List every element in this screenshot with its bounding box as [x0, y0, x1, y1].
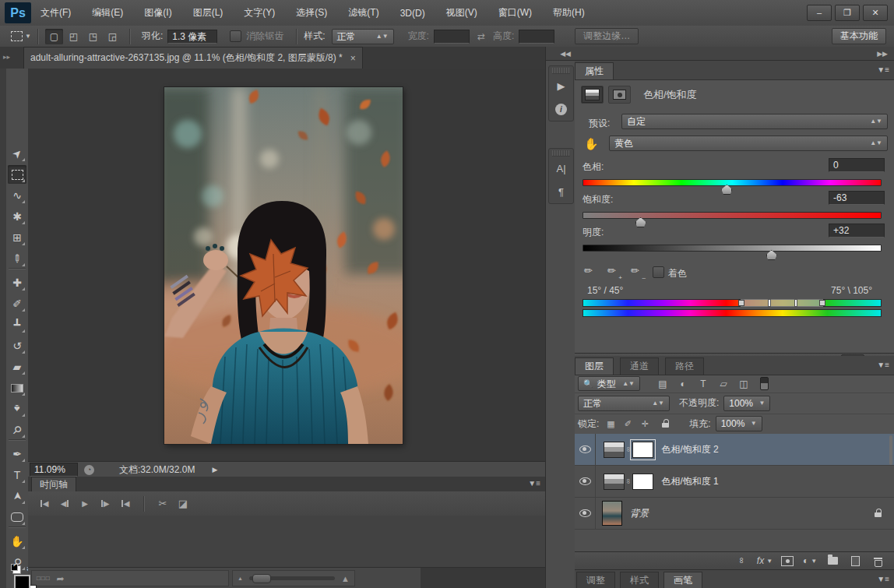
menu-item-9[interactable]: 视图(V) [446, 6, 477, 19]
menu-item-7[interactable]: 滤镜(T) [348, 6, 378, 19]
add-mask-icon[interactable] [779, 554, 796, 568]
layer-row-3[interactable]: 背景 [575, 498, 894, 530]
targeted-adjustment-icon[interactable]: ✋ [584, 137, 599, 151]
layer-mask-link-icon[interactable]: ∞ [625, 447, 632, 452]
swap-dimensions-icon[interactable]: ⇄ [477, 31, 485, 42]
layer-mask-thumbnail[interactable] [632, 442, 653, 458]
rectangular-marquee-tool[interactable] [8, 165, 26, 184]
audio-icon[interactable]: ◀ [115, 496, 136, 512]
menu-item-4[interactable]: 图层(L) [193, 6, 224, 19]
zoom-tool[interactable]: ⚲ [8, 553, 26, 572]
timeline-tab[interactable]: 时间轴 [31, 477, 76, 491]
layer-name[interactable]: 背景 [630, 507, 649, 520]
move-tool[interactable]: ➤ [8, 144, 26, 163]
delete-layer-icon[interactable] [869, 554, 886, 568]
eyedropper-add-icon[interactable]: ✏+ [607, 265, 621, 279]
lock-pixels-icon[interactable]: ✐ [619, 419, 636, 429]
photo-canvas-image[interactable] [164, 87, 403, 444]
slider-track-0[interactable] [583, 179, 882, 186]
layer-visibility-toggle[interactable] [575, 466, 596, 497]
go-to-first-frame-icon[interactable]: ◀ [34, 496, 55, 512]
layer-style-icon[interactable]: fx▼ [756, 554, 773, 568]
spot-healing-brush-tool[interactable]: ✚ [8, 273, 26, 292]
layers-panel-menu-icon[interactable]: ▼≡ [877, 361, 889, 369]
menu-item-8[interactable]: 3D(D) [400, 8, 425, 19]
menu-item-5[interactable]: 文字(Y) [244, 6, 275, 19]
layer-visibility-toggle[interactable] [575, 498, 596, 529]
zoom-in-mountain-icon[interactable]: ▲ [341, 574, 350, 583]
height-input[interactable] [519, 30, 554, 44]
lock-all-icon[interactable] [653, 419, 670, 429]
zoom-out-mountain-icon[interactable]: ▲ [238, 576, 243, 581]
layer-mask-link-icon[interactable]: ∞ [625, 479, 632, 484]
new-selection-icon[interactable]: ▢ [45, 29, 63, 44]
menu-item-6[interactable]: 选择(S) [296, 6, 327, 19]
magic-wand-tool[interactable]: ✱ [8, 207, 26, 226]
transition-icon[interactable]: ◪ [173, 496, 193, 512]
info-panel-icon[interactable]: i [549, 97, 573, 121]
channel-dropdown[interactable]: 黄色▲▼ [609, 136, 888, 151]
adjustment-layer-thumbnail[interactable] [604, 442, 625, 458]
history-brush-tool[interactable]: ↺ [8, 336, 26, 355]
slider-track-2[interactable] [583, 245, 882, 252]
adjustment-layer-thumbnail[interactable] [604, 474, 625, 490]
path-selection-tool[interactable]: ➤ [8, 487, 26, 505]
layer-mask-thumbnail[interactable] [632, 474, 653, 490]
tab-layers[interactable]: 图层 [575, 357, 614, 375]
smart-object-filter-icon[interactable]: ◫ [734, 379, 754, 389]
maximize-button[interactable]: ❐ [835, 5, 860, 21]
frame-thumbnails-icon[interactable]: □□□ [37, 575, 51, 582]
layer-name[interactable]: 色相/饱和度 1 [661, 475, 718, 488]
menu-item-10[interactable]: 窗口(W) [498, 6, 532, 19]
preset-dropdown[interactable]: 自定▲▼ [621, 114, 888, 129]
slider-value-1[interactable]: -63 [829, 191, 885, 205]
blur-tool[interactable]: ♠ [8, 400, 26, 418]
menu-item-1[interactable]: 文件(F) [40, 6, 71, 19]
type-filter-icon[interactable]: T [693, 379, 713, 389]
eyedropper-tool[interactable]: ✏ [8, 249, 26, 268]
split-clip-icon[interactable]: ✂ [153, 496, 173, 512]
eraser-tool[interactable]: ▰ [8, 357, 26, 376]
lock-transparent-icon[interactable]: ▦ [602, 419, 619, 429]
pen-tool[interactable]: ✒ [8, 445, 26, 463]
eyedropper-sample-icon[interactable]: ✏ [584, 265, 597, 279]
layer-row-1[interactable]: ∞色相/饱和度 2 [575, 434, 894, 466]
slider-thumb-0[interactable] [721, 185, 732, 195]
clone-stamp-tool[interactable]: ┻ [8, 315, 26, 334]
tab-properties[interactable]: 属性 [575, 62, 614, 79]
fill-dropdown[interactable]: 100%▼ [716, 416, 762, 431]
colorize-checkbox[interactable] [653, 266, 664, 278]
hand-tool[interactable]: ✋ [8, 532, 26, 551]
timeline-panel-menu-icon[interactable]: ▼≡ [528, 479, 540, 488]
properties-panel-menu-icon[interactable]: ▼≡ [877, 65, 889, 74]
crop-tool[interactable]: ⊞ [8, 228, 26, 247]
dodge-tool[interactable]: ⚲ [8, 421, 26, 439]
close-tab-icon[interactable]: × [350, 53, 356, 64]
layer-name[interactable]: 色相/饱和度 2 [661, 443, 718, 456]
layer-scroll-indicator[interactable] [889, 435, 892, 465]
collapse-dock-icon[interactable]: ◀◀ [546, 47, 575, 61]
menu-item-11[interactable]: 帮助(H) [553, 6, 585, 19]
play-icon[interactable]: ▶ [75, 496, 95, 512]
paragraph-panel-icon[interactable]: ¶ [549, 180, 573, 203]
hue-ramp-top[interactable] [583, 299, 882, 307]
layer-thumbnail[interactable] [602, 501, 622, 526]
feather-input[interactable]: 1.3 像素 [167, 30, 217, 44]
add-to-selection-icon[interactable]: ◰ [65, 29, 83, 44]
layer-row-2[interactable]: ∞色相/饱和度 1 [575, 466, 894, 498]
slider-thumb-1[interactable] [635, 217, 646, 227]
antialias-checkbox[interactable] [230, 30, 241, 42]
previous-frame-icon[interactable]: ◀ [55, 496, 75, 512]
slider-track-1[interactable] [583, 212, 882, 219]
slider-thumb-2[interactable] [766, 250, 777, 260]
filter-type-dropdown[interactable]: 🔍类型▲▼ [578, 376, 640, 391]
render-video-icon[interactable]: ➦ [57, 573, 65, 584]
minimize-button[interactable]: – [807, 5, 832, 21]
tab-styles[interactable]: 样式 [620, 572, 659, 588]
document-tab[interactable]: adult-alluring-attractive-2637135.jpg @ … [23, 47, 363, 69]
type-tool[interactable]: T [8, 466, 26, 484]
style-dropdown[interactable]: 正常▲▼ [332, 29, 394, 44]
blend-mode-dropdown[interactable]: 正常▲▼ [578, 396, 670, 411]
brush-tool[interactable]: ✐ [8, 294, 26, 313]
actions-panel-icon[interactable]: ▶ [549, 74, 573, 97]
